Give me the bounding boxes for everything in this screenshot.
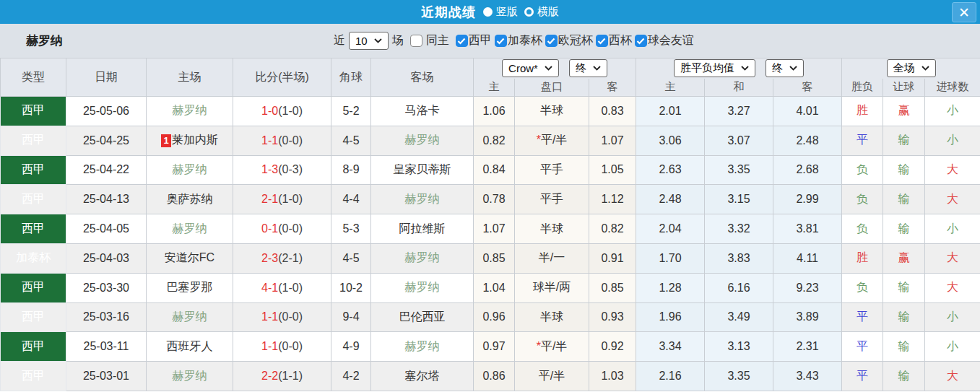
- corner-count: 10-2: [331, 273, 371, 302]
- league-filter-加泰杯[interactable]: 加泰杯: [495, 33, 542, 48]
- away-team-name: 赫罗纳: [405, 281, 440, 293]
- result-handicap: 输: [883, 362, 925, 391]
- league-filter-label: 西杯: [609, 33, 632, 48]
- match-row: 西甲25-03-30巴塞罗那4-1(1-0)10-2赫罗纳1.04球半/两0.8…: [1, 273, 980, 302]
- score: 1-1(0-0): [233, 332, 331, 362]
- avg-odds-select[interactable]: 胜平负均值: [674, 59, 755, 77]
- odds-away: 1.03: [589, 362, 636, 391]
- recent-count-value: 10: [355, 35, 368, 47]
- result-wdl: 平: [842, 302, 883, 332]
- col-header-home: 主场: [147, 58, 233, 97]
- avg-draw: 3.35: [705, 155, 773, 185]
- home-team-name: 赫罗纳: [173, 222, 207, 235]
- halftime-score: (2-1): [278, 252, 303, 264]
- bookmaker-select[interactable]: Crow*: [502, 59, 559, 77]
- result-goals: 小: [925, 302, 980, 332]
- close-button[interactable]: ✕: [952, 2, 976, 22]
- checkbox-checked-icon[interactable]: [495, 35, 507, 47]
- halftime-score: (0-0): [278, 134, 303, 147]
- layout-radio-group: 竖版 横版: [483, 5, 559, 19]
- handicap-line: 半球: [515, 97, 589, 126]
- result-goals: 小: [925, 214, 980, 244]
- odds-period-select[interactable]: 终: [569, 59, 607, 77]
- match-type: 西甲: [1, 155, 66, 185]
- result-goals: 大: [925, 273, 980, 302]
- result-goals: 小: [925, 332, 980, 362]
- result-handicap: 输: [883, 302, 925, 332]
- avg-away: 3.43: [773, 362, 842, 391]
- odds-home: 1.07: [474, 214, 515, 244]
- corner-count: 4-4: [331, 185, 371, 214]
- radio-horizontal-layout[interactable]: 横版: [524, 5, 559, 19]
- avg-draw: 3.27: [705, 97, 773, 126]
- col-header-corner: 角球: [331, 58, 371, 97]
- result-handicap: 输: [883, 126, 925, 155]
- odds-home: 0.96: [474, 302, 515, 332]
- checkbox-checked-icon[interactable]: [635, 35, 647, 47]
- result-goals: 大: [925, 243, 980, 273]
- result-wdl: 平: [842, 332, 883, 362]
- avg-draw: 6.16: [705, 273, 773, 302]
- col-header-wdl: 胜负: [842, 79, 883, 97]
- league-filter-球会友谊[interactable]: 球会友谊: [635, 33, 694, 48]
- match-type: 西甲: [1, 214, 66, 244]
- checkbox-checked-icon[interactable]: [596, 35, 608, 47]
- away-team: 赫罗纳: [371, 185, 474, 214]
- away-team: 赫罗纳: [371, 126, 474, 155]
- odds-home: 1.06: [474, 97, 515, 126]
- match-date: 25-03-16: [66, 302, 147, 332]
- fulltime-score: 1-1: [261, 134, 278, 147]
- asterisk-icon: *: [537, 134, 541, 146]
- match-date: 25-05-06: [66, 97, 147, 126]
- odds-away: 1.12: [589, 185, 636, 214]
- result-wdl: 胜: [842, 97, 883, 126]
- odds-home: 0.97: [474, 332, 515, 362]
- score: 4-1(1-0): [233, 273, 331, 302]
- match-type: 西甲: [1, 332, 66, 362]
- home-team: 赫罗纳: [147, 362, 233, 391]
- odds-away: 0.92: [589, 332, 636, 362]
- same-host-checkbox[interactable]: [410, 35, 422, 47]
- result-handicap: 赢: [883, 97, 925, 126]
- match-type: 西甲: [1, 302, 66, 332]
- recent-label: 近: [334, 33, 345, 48]
- match-type: 西甲: [1, 362, 66, 391]
- result-wdl: 平: [842, 362, 883, 391]
- corner-count: 5-2: [331, 97, 371, 126]
- avg-home: 3.06: [636, 126, 705, 155]
- avg-away: 2.31: [773, 332, 842, 362]
- league-filter-欧冠杯[interactable]: 欧冠杯: [545, 33, 593, 48]
- home-team-name: 奥萨苏纳: [167, 193, 213, 205]
- scope-select[interactable]: 全场: [887, 59, 936, 77]
- odds-away: 1.05: [589, 155, 636, 185]
- avg-draw: 3.13: [705, 332, 773, 362]
- col-header-avg-draw: 和: [705, 79, 773, 97]
- match-row: 西甲25-04-13奥萨苏纳2-1(1-0)4-4赫罗纳0.78平手1.122.…: [1, 185, 980, 214]
- fulltime-score: 2-3: [261, 252, 278, 264]
- league-filter-西杯[interactable]: 西杯: [596, 33, 632, 48]
- avg-period-select[interactable]: 终: [766, 59, 804, 77]
- halftime-score: (0-0): [278, 310, 303, 323]
- avg-draw: 3.35: [705, 362, 773, 391]
- recent-results-window: 近期战绩 竖版 横版 ✕ 赫罗纳 近 10 场 同主 西甲加泰: [0, 0, 980, 392]
- match-row: 西甲25-04-22赫罗纳1-3(0-3)8-9皇家贝蒂斯0.84平手1.052…: [1, 155, 980, 185]
- result-wdl: 负: [842, 214, 883, 244]
- odds-away: 1.07: [589, 126, 636, 155]
- match-type: 西甲: [1, 185, 66, 214]
- chevron-down-icon: [922, 66, 929, 71]
- away-team: 阿拉维斯: [371, 214, 474, 244]
- odds-away: 0.85: [589, 273, 636, 302]
- home-team-name: 巴塞罗那: [167, 281, 213, 293]
- match-date: 25-03-01: [66, 362, 147, 391]
- home-team-name: 安道尔FC: [165, 251, 214, 263]
- result-wdl: 负: [842, 273, 883, 302]
- recent-count-select[interactable]: 10: [349, 32, 389, 50]
- league-filter-西甲[interactable]: 西甲: [456, 33, 492, 48]
- handicap-line: 半球: [515, 302, 589, 332]
- odds-home: 0.85: [474, 243, 515, 273]
- checkbox-checked-icon[interactable]: [545, 35, 558, 47]
- corner-count: 9-4: [331, 302, 371, 332]
- radio-vertical-layout[interactable]: 竖版: [483, 5, 518, 19]
- col-header-type: 类型: [1, 58, 66, 97]
- checkbox-checked-icon[interactable]: [456, 35, 468, 47]
